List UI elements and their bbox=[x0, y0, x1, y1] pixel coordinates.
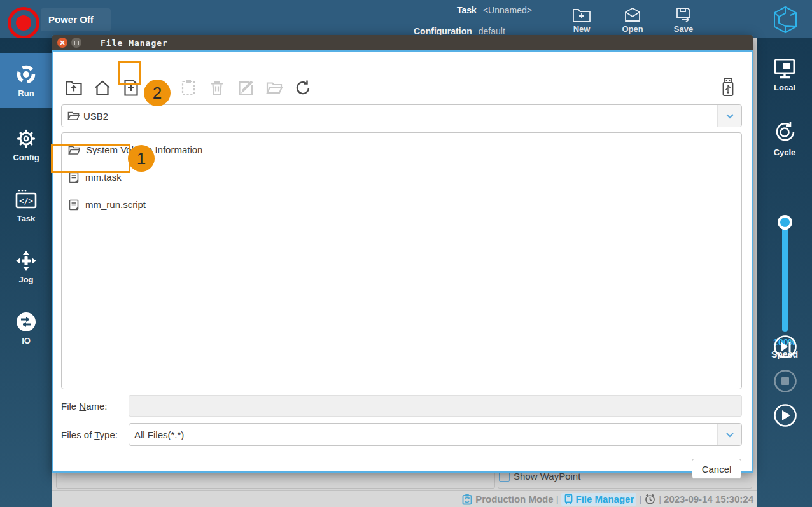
file-list: System Volume Information mm.task bbox=[61, 132, 742, 389]
close-icon[interactable]: ✕ bbox=[57, 38, 67, 48]
path-dropdown[interactable]: USB2 bbox=[61, 104, 742, 127]
files-of-type-dropdown[interactable]: All Files(*.*) bbox=[129, 423, 742, 446]
sidebar-item-config[interactable]: Config bbox=[0, 118, 52, 172]
save-task-button[interactable]: Save bbox=[663, 6, 704, 34]
folder-icon bbox=[68, 145, 80, 155]
status-timestamp: 2023-09-14 15:30:24 bbox=[664, 494, 753, 504]
file-row-task[interactable]: mm.task bbox=[62, 163, 741, 191]
sidebar-item-run[interactable]: Run bbox=[0, 53, 52, 108]
speed-slider[interactable] bbox=[782, 221, 788, 332]
path-value: USB2 bbox=[83, 111, 108, 122]
file-manager-dialog: ✕ File Manager bbox=[52, 35, 753, 473]
edit-button bbox=[237, 79, 255, 97]
clock-icon bbox=[644, 493, 656, 505]
code-window-icon: </> bbox=[15, 189, 38, 211]
task-label: Task bbox=[457, 5, 477, 15]
sidebar-item-jog[interactable]: Jog bbox=[0, 240, 52, 295]
left-sidebar: Run Config </> Task bbox=[0, 38, 52, 507]
folder-up-button[interactable] bbox=[65, 79, 83, 97]
usb-drive-icon bbox=[720, 77, 737, 97]
sidebar-item-task[interactable]: </> Task bbox=[0, 179, 52, 233]
io-sync-icon bbox=[15, 311, 37, 333]
refresh-button[interactable] bbox=[294, 79, 312, 97]
document-icon bbox=[68, 172, 80, 183]
status-bar: Production Mode | File Manager | | 2023-… bbox=[52, 490, 757, 507]
files-of-type-label: Files of Type: bbox=[61, 429, 118, 440]
production-mode-icon bbox=[461, 494, 473, 505]
play-button[interactable] bbox=[773, 403, 797, 427]
folder-plus-icon bbox=[561, 6, 602, 23]
save-icon bbox=[663, 6, 704, 23]
file-name-label: File Name: bbox=[61, 401, 108, 412]
document-icon bbox=[68, 199, 80, 211]
task-field: Task<Unnamed> bbox=[457, 5, 532, 15]
folder-open-button bbox=[265, 79, 283, 97]
local-mode-button[interactable]: Local bbox=[757, 57, 812, 92]
paste-button bbox=[179, 79, 197, 97]
folder-icon bbox=[67, 111, 80, 121]
delete-button bbox=[208, 79, 226, 97]
file-manager-icon bbox=[564, 494, 573, 505]
production-mode-status: Production Mode bbox=[461, 494, 554, 505]
top-bar: Power Off Task<Unnamed> Configurationdef… bbox=[0, 0, 812, 38]
chevron-down-icon[interactable] bbox=[717, 105, 741, 127]
cancel-button[interactable]: Cancel bbox=[692, 459, 741, 479]
dialog-title: File Manager bbox=[101, 38, 168, 48]
dialog-titlebar[interactable]: ✕ File Manager bbox=[52, 35, 753, 50]
gear-icon bbox=[15, 128, 37, 149]
dialog-body: USB2 System Volume Information bbox=[52, 50, 753, 473]
file-name-input[interactable] bbox=[129, 395, 742, 417]
move-arrows-icon bbox=[15, 250, 37, 272]
cycle-icon bbox=[772, 120, 797, 145]
power-icon bbox=[16, 15, 31, 31]
home-button[interactable] bbox=[94, 79, 111, 97]
run-icon bbox=[15, 64, 37, 85]
monitor-icon bbox=[772, 57, 797, 80]
file-row-folder[interactable]: System Volume Information bbox=[62, 136, 741, 163]
step-button[interactable] bbox=[773, 335, 797, 359]
task-value: <Unnamed> bbox=[483, 5, 532, 15]
current-page-status: File Manager bbox=[561, 493, 637, 506]
new-file-button[interactable] bbox=[122, 79, 140, 97]
sidebar-item-io[interactable]: IO bbox=[0, 301, 52, 356]
right-sidebar: Local Cycle 100% Speed bbox=[757, 38, 812, 507]
cycle-mode-button[interactable]: Cycle bbox=[757, 120, 812, 157]
files-of-type-value: All Files(*.*) bbox=[134, 429, 184, 440]
open-icon bbox=[612, 6, 653, 23]
minimize-icon[interactable] bbox=[71, 38, 81, 48]
svg-text:</>: </> bbox=[19, 197, 33, 205]
open-task-button[interactable]: Open bbox=[612, 6, 653, 34]
copy-button bbox=[151, 79, 169, 97]
new-task-button[interactable]: New bbox=[561, 6, 602, 34]
stop-button bbox=[773, 369, 797, 393]
power-status-label: Power Off bbox=[48, 14, 94, 25]
cube-logo-icon bbox=[773, 6, 798, 34]
chevron-down-icon[interactable] bbox=[717, 424, 741, 445]
power-button[interactable] bbox=[8, 7, 39, 39]
file-row-script[interactable]: mm_run.script bbox=[62, 191, 741, 218]
speed-slider-knob[interactable] bbox=[778, 215, 792, 230]
